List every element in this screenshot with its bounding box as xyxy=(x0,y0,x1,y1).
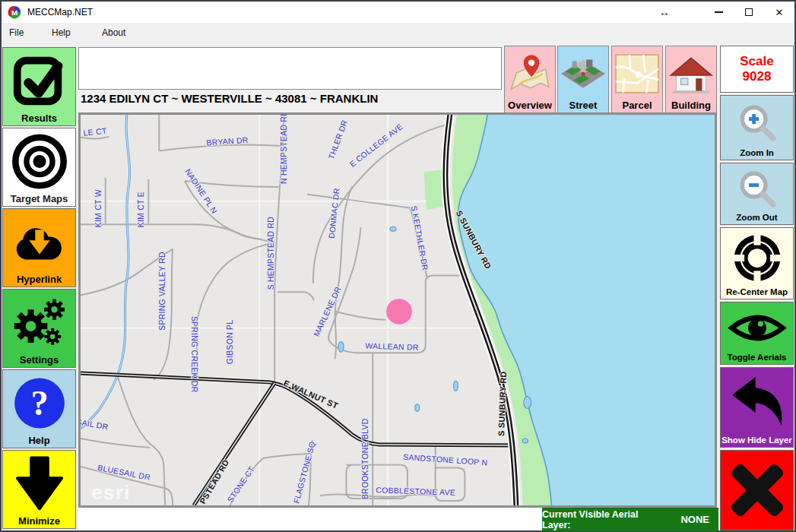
recenter-map-label: Re-Center Map xyxy=(726,287,788,297)
scale-display: Scale 9028 xyxy=(720,46,794,93)
resize-arrows-icon: ↔ xyxy=(659,6,670,18)
house-icon xyxy=(668,48,715,100)
zoom-out-label: Zoom Out xyxy=(736,212,777,223)
aerial-layer-label: Current Visible Aerial Layer: xyxy=(542,509,668,530)
show-hide-layer-label: Show Hide Layer xyxy=(721,435,792,445)
aerial-layer-value: NONE xyxy=(680,514,709,525)
parcel-view-button[interactable]: Parcel xyxy=(611,46,663,114)
svg-text:SPRING CREEK DR: SPRING CREEK DR xyxy=(190,316,198,393)
app-logo-icon: M xyxy=(8,5,21,19)
target-maps-label: Target Maps xyxy=(11,193,68,204)
address-input[interactable] xyxy=(78,47,502,90)
zoom-in-button[interactable]: Zoom In xyxy=(720,95,794,160)
undo-arrow-icon xyxy=(727,369,788,435)
svg-text:?: ? xyxy=(30,384,48,423)
settings-label: Settings xyxy=(20,354,59,366)
menu-help[interactable]: Help xyxy=(44,24,94,41)
svg-text:GIBSON PL: GIBSON PL xyxy=(226,320,234,365)
toggle-aerials-button[interactable]: Toggle Aerials xyxy=(720,302,794,365)
esri-attribution: esri xyxy=(91,481,131,504)
close-icon: ✕ xyxy=(775,8,784,17)
menu-file[interactable]: File xyxy=(2,24,44,41)
overview-view-button[interactable]: Overview xyxy=(504,46,556,114)
building-label: Building xyxy=(671,100,711,112)
menu-about[interactable]: About xyxy=(94,24,133,41)
scale-value: 9028 xyxy=(743,69,772,84)
minimize-icon xyxy=(715,11,723,13)
target-maps-button[interactable]: Target Maps xyxy=(2,128,76,207)
street-view-button[interactable]: Street xyxy=(557,46,609,114)
svg-text:KIM CT W: KIM CT W xyxy=(94,189,103,227)
recenter-map-button[interactable]: Re-Center Map xyxy=(720,227,794,299)
svg-text:N HEMPSTEAD RD: N HEMPSTEAD RD xyxy=(280,115,288,184)
building-view-button[interactable]: Building xyxy=(665,46,717,114)
zoom-in-label: Zoom In xyxy=(740,147,774,158)
down-arrow-icon xyxy=(10,452,69,515)
title-bar: M MECCMap.NET ↔ ✕ xyxy=(2,2,794,23)
street-intersection-icon xyxy=(560,48,607,100)
results-label: Results xyxy=(21,112,57,124)
hyperlink-button[interactable]: Hyperlink xyxy=(2,208,76,287)
window-title: MECCMap.NET xyxy=(27,7,93,17)
target-icon xyxy=(10,130,69,193)
gears-icon xyxy=(10,291,69,354)
toggle-aerials-label: Toggle Aerials xyxy=(728,352,787,363)
green-patch xyxy=(424,169,444,210)
magnifier-minus-icon xyxy=(732,165,782,212)
hyperlink-label: Hyperlink xyxy=(17,274,62,285)
maximize-icon xyxy=(745,8,753,16)
show-hide-layer-button[interactable]: Show Hide Layer xyxy=(720,367,794,448)
street-label: Street xyxy=(569,100,598,112)
close-window-button[interactable]: ✕ xyxy=(764,2,794,23)
svg-text:BROOKSTONE BLVD: BROOKSTONE BLVD xyxy=(361,418,369,499)
cloud-download-icon xyxy=(10,211,69,274)
help-label: Help xyxy=(28,435,49,446)
minimize-window-button[interactable] xyxy=(703,2,734,23)
parcel-map-icon xyxy=(614,48,661,100)
bottom-spacer xyxy=(78,508,542,530)
scale-label: Scale xyxy=(740,54,773,69)
check-icon xyxy=(10,49,69,112)
map-pin-icon xyxy=(506,48,553,100)
menu-bar: File Help About xyxy=(2,23,794,42)
svg-text:SPRING VALLEY RD: SPRING VALLEY RD xyxy=(158,252,166,330)
map-marker[interactable] xyxy=(386,299,412,325)
zoom-out-button[interactable]: Zoom Out xyxy=(720,163,794,225)
maximize-window-button[interactable] xyxy=(734,2,764,23)
results-button[interactable]: Results xyxy=(2,47,76,126)
minimize-app-button[interactable]: Minimize xyxy=(2,450,76,529)
magnifier-plus-icon xyxy=(732,97,782,147)
aerial-layer-status-bar: Current Visible Aerial Layer: NONE xyxy=(542,508,718,531)
minimize-app-label: Minimize xyxy=(18,515,60,527)
svg-text:KIM CT E: KIM CT E xyxy=(137,192,145,227)
svg-text:S HEMPSTEAD RD: S HEMPSTEAD RD xyxy=(267,217,275,290)
help-button[interactable]: ? Help xyxy=(2,369,76,448)
app-window: M MECCMap.NET ↔ ✕ File Help About Result… xyxy=(0,0,796,532)
question-icon: ? xyxy=(10,372,69,435)
overview-label: Overview xyxy=(508,100,552,112)
exit-button[interactable] xyxy=(720,450,794,530)
svg-text:M: M xyxy=(11,8,17,17)
current-address-label: 1234 EDILYN CT ~ WESTERVILLE ~ 43081 ~ F… xyxy=(81,92,506,110)
lifebuoy-icon xyxy=(730,230,785,287)
settings-button[interactable]: Settings xyxy=(2,289,76,368)
parcel-label: Parcel xyxy=(622,100,652,112)
map-viewport[interactable]: LE CT BRYAN DR N HEMPSTEAD RD S HEMPSTEA… xyxy=(78,112,717,508)
x-icon xyxy=(725,452,790,528)
eye-icon xyxy=(728,304,787,352)
